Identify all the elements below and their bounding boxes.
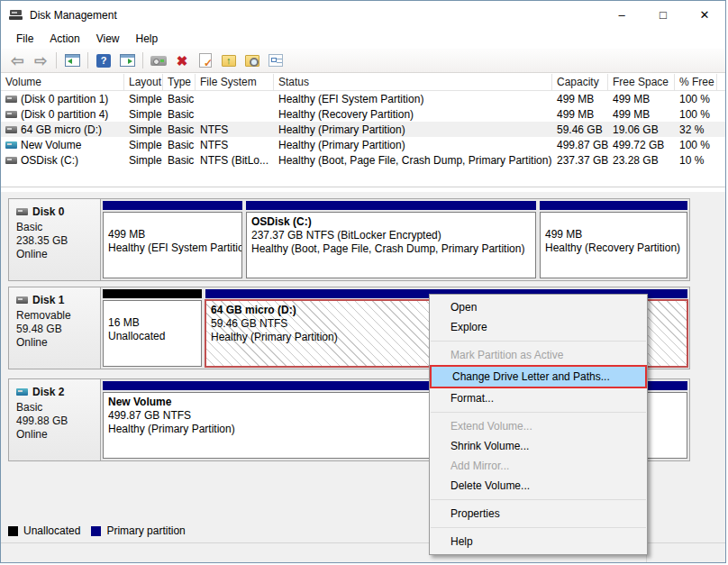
- legend: Unallocated Primary partition: [8, 524, 186, 537]
- menu-file[interactable]: File: [8, 30, 41, 48]
- menu-view[interactable]: View: [88, 30, 128, 48]
- menu-item-mark-partition-active: Mark Partition as Active: [430, 345, 647, 365]
- legend-swatch-primary: [91, 526, 101, 536]
- disk1-unallocated[interactable]: 16 MB Unallocated: [103, 289, 202, 367]
- help-icon[interactable]: ?: [93, 50, 114, 70]
- table-row[interactable]: (Disk 0 partition 1) Simple Basic Health…: [1, 91, 725, 106]
- menu-separator: [431, 527, 646, 528]
- column-header-free-space[interactable]: Free Space: [608, 74, 675, 90]
- column-header-status[interactable]: Status: [274, 74, 552, 90]
- console-tree-icon[interactable]: [61, 50, 83, 70]
- disk-management-window: Disk Management – □ ✕ File Action View H…: [0, 0, 726, 563]
- disk2-label[interactable]: Disk 2 Basic 499.88 GB Online: [9, 379, 101, 460]
- toolbar-separator: [87, 52, 88, 68]
- volume-icon: [5, 126, 17, 133]
- legend-swatch-unallocated: [8, 526, 18, 536]
- disk-icon: [16, 296, 28, 304]
- menu-item-explore[interactable]: Explore: [430, 317, 647, 337]
- volume-icon: [5, 96, 17, 103]
- menu-separator: [431, 499, 646, 500]
- title-bar: Disk Management – □ ✕: [1, 1, 725, 29]
- disk0-partition-efi[interactable]: 499 MB Healthy (EFI System Partition): [103, 201, 242, 278]
- disk0-partition-recovery[interactable]: 499 MB Healthy (Recovery Partition): [540, 201, 687, 278]
- toolbar-separator: [56, 52, 57, 68]
- column-header-type[interactable]: Type: [163, 74, 196, 90]
- table-row-selected[interactable]: 64 GB micro (D:) Simple Basic NTFS Healt…: [1, 122, 725, 137]
- table-row[interactable]: (Disk 0 partition 4) Simple Basic Health…: [1, 106, 725, 122]
- menu-separator: [431, 412, 646, 413]
- partition-color-bar: [246, 201, 536, 210]
- volume-icon: [5, 111, 17, 118]
- disk-icon: [16, 388, 28, 396]
- menu-item-open[interactable]: Open: [430, 297, 647, 317]
- folder-search-icon[interactable]: [241, 50, 263, 70]
- table-row[interactable]: OSDisk (C:) Simple Basic NTFS (BitLo... …: [1, 152, 725, 168]
- menu-separator: [431, 341, 646, 342]
- menu-item-shrink-volume[interactable]: Shrink Volume...: [430, 436, 647, 456]
- close-button[interactable]: ✕: [684, 1, 725, 29]
- context-menu: Open Explore Mark Partition as Active Ch…: [429, 294, 648, 555]
- check-page-icon[interactable]: [195, 50, 216, 70]
- legend-unallocated: Unallocated: [8, 524, 80, 537]
- partition-color-bar: [103, 201, 242, 210]
- minimize-button[interactable]: –: [601, 1, 642, 29]
- menu-action[interactable]: Action: [41, 30, 87, 48]
- disk0-row: Disk 0 Basic 238.35 GB Online 499 MB Hea…: [8, 198, 690, 281]
- forward-icon[interactable]: ⇨: [30, 50, 51, 70]
- partition-color-bar: [540, 201, 687, 210]
- folder-up-icon[interactable]: [218, 50, 240, 70]
- delete-icon[interactable]: ✖: [171, 50, 193, 70]
- menu-help[interactable]: Help: [128, 30, 167, 48]
- legend-primary-partition: Primary partition: [91, 524, 185, 537]
- window-title: Disk Management: [30, 9, 117, 22]
- disk0-label[interactable]: Disk 0 Basic 238.35 GB Online: [9, 199, 101, 280]
- column-header-file-system[interactable]: File System: [196, 74, 274, 90]
- menu-item-help[interactable]: Help: [430, 532, 647, 551]
- menu-item-change-drive-letter[interactable]: Change Drive Letter and Paths...: [430, 365, 647, 388]
- menu-item-extend-volume: Extend Volume...: [430, 416, 647, 436]
- disk1-label[interactable]: Disk 1 Removable 59.48 GB Online: [9, 287, 101, 369]
- console-icon[interactable]: [148, 50, 169, 70]
- volume-list-pane: Volume Layout Type File System Status Ca…: [1, 74, 725, 187]
- partition-color-bar: [103, 289, 202, 298]
- table-row[interactable]: New Volume Simple Basic NTFS Healthy (Pr…: [1, 137, 725, 152]
- status-bar-section: [647, 543, 725, 563]
- volume-table-header: Volume Layout Type File System Status Ca…: [1, 74, 725, 91]
- disk0-partition-osdisk[interactable]: OSDisk (C:) 237.37 GB NTFS (BitLocker En…: [246, 201, 536, 278]
- maximize-button[interactable]: □: [642, 1, 684, 29]
- column-header-layout[interactable]: Layout: [124, 74, 163, 90]
- menu-item-add-mirror: Add Mirror...: [430, 456, 647, 476]
- menu-item-delete-volume[interactable]: Delete Volume...: [430, 476, 647, 496]
- column-header-pct-free[interactable]: % Free: [675, 74, 717, 90]
- back-icon[interactable]: ⇦: [6, 50, 28, 70]
- toolbar: ⇦ ⇨ ? ✖: [1, 49, 725, 73]
- menu-item-properties[interactable]: Properties: [430, 504, 647, 524]
- column-header-capacity[interactable]: Capacity: [552, 74, 608, 90]
- column-header-volume[interactable]: Volume: [1, 74, 124, 90]
- disk-icon: [16, 208, 28, 215]
- menu-bar: File Action View Help: [1, 29, 725, 49]
- action-pane-icon[interactable]: [116, 50, 138, 70]
- app-icon: [9, 9, 23, 21]
- volume-icon: [5, 141, 17, 149]
- menu-item-format[interactable]: Format...: [430, 388, 647, 408]
- toolbar-separator: [142, 52, 143, 68]
- checklist-icon[interactable]: [265, 50, 287, 70]
- volume-icon: [5, 157, 17, 164]
